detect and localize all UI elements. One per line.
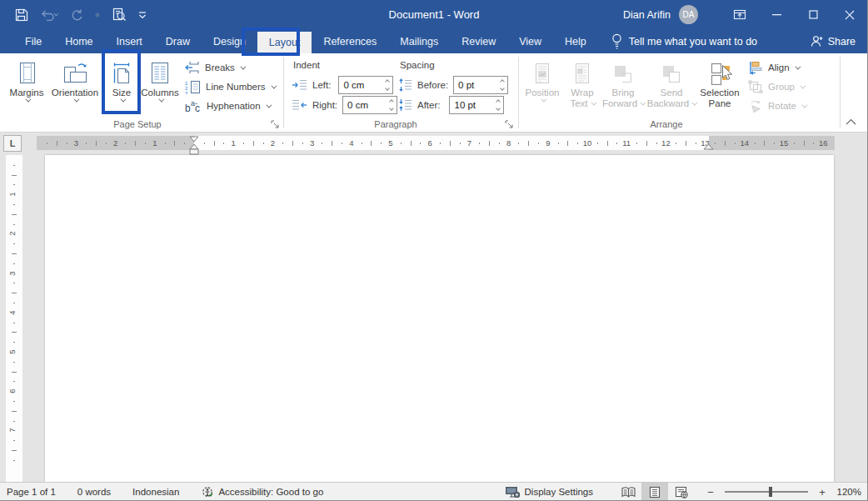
indent-right-field[interactable] — [342, 96, 397, 114]
customize-qat-button[interactable] — [138, 11, 147, 19]
chevron-down-icon — [240, 63, 246, 69]
status-bar: Page 1 of 1 0 words Indonesian Accessibi… — [0, 482, 868, 501]
ruler-tick — [499, 143, 500, 144]
chevron-down-icon — [73, 97, 79, 103]
margins-button[interactable]: Margins — [5, 57, 48, 117]
language-indicator[interactable]: Indonesian — [132, 487, 179, 497]
close-icon — [845, 10, 855, 20]
ruler-number: 10 — [583, 138, 592, 148]
redo-button[interactable] — [70, 8, 83, 22]
tab-file[interactable]: File — [13, 29, 53, 53]
hyphenation-icon: bca- — [185, 99, 202, 113]
print-preview-button[interactable] — [112, 8, 127, 23]
indent-left-spinner[interactable] — [382, 77, 392, 93]
rotate-icon — [748, 99, 763, 113]
ruler-tick — [420, 143, 421, 144]
document-page[interactable] — [45, 155, 834, 482]
tab-layout[interactable]: Layout — [257, 32, 312, 53]
spacing-after-field[interactable] — [449, 96, 504, 114]
redo-icon — [70, 8, 83, 22]
ruler-tick — [607, 141, 608, 146]
zoom-out-button[interactable]: − — [705, 486, 716, 498]
close-button[interactable] — [831, 0, 868, 29]
tab-view[interactable]: View — [507, 29, 553, 53]
zoom-in-button[interactable]: + — [816, 486, 828, 498]
save-button[interactable] — [15, 8, 28, 22]
minimize-button[interactable] — [758, 0, 795, 29]
svg-text:a-: a- — [191, 99, 197, 108]
indent-left-field[interactable] — [338, 76, 393, 94]
align-button[interactable]: Align — [748, 60, 799, 75]
undo-button[interactable] — [40, 8, 58, 21]
paragraph-dialog-launcher[interactable] — [505, 120, 515, 130]
ruler-tick — [656, 143, 657, 144]
maximize-button[interactable] — [795, 0, 831, 29]
size-button[interactable]: Size — [105, 57, 138, 117]
display-settings-button[interactable]: Display Settings — [505, 486, 593, 498]
indent-markers[interactable] — [188, 136, 200, 157]
ruler-tick — [646, 141, 647, 146]
lightbulb-icon — [611, 33, 622, 49]
breaks-button[interactable]: Breaks — [185, 60, 244, 75]
selection-pane-button[interactable]: Selection Pane — [698, 57, 741, 117]
ruler-tick — [12, 332, 17, 333]
spacing-after-spinner[interactable] — [492, 97, 503, 113]
tab-home[interactable]: Home — [53, 29, 104, 53]
indent-right-spinner[interactable] — [386, 97, 397, 113]
tell-me-box[interactable]: Tell me what you want to do — [611, 29, 757, 53]
tab-draw[interactable]: Draw — [154, 29, 202, 53]
user-name[interactable]: Dian Arifin — [623, 9, 671, 21]
indent-right-label: Right: — [312, 100, 337, 110]
ruler-tick — [479, 143, 480, 144]
selection-pane-icon — [709, 62, 731, 85]
word-count[interactable]: 0 words — [77, 487, 111, 497]
read-mode-button[interactable] — [615, 483, 641, 501]
ruler-number: 6 — [7, 389, 17, 393]
tab-mailings[interactable]: Mailings — [388, 29, 450, 53]
tab-help[interactable]: Help — [553, 29, 598, 53]
web-layout-button[interactable] — [668, 483, 695, 501]
paragraph-group-label: Paragraph — [342, 119, 450, 129]
avatar[interactable]: DA — [679, 5, 698, 24]
ruler-tick — [12, 253, 17, 254]
page-setup-dialog-launcher[interactable] — [271, 120, 281, 130]
ruler-tick — [13, 440, 15, 441]
tab-references[interactable]: References — [312, 29, 388, 53]
line-numbers-button[interactable]: 123 Line Numbers — [185, 79, 275, 94]
tab-design[interactable]: Design — [202, 29, 257, 53]
tab-insert[interactable]: Insert — [105, 29, 154, 53]
ruler-tick — [13, 401, 15, 402]
print-layout-button[interactable] — [641, 483, 668, 501]
collapse-ribbon-button[interactable] — [846, 117, 856, 127]
chevron-down-icon — [158, 97, 164, 103]
zoom-slider-thumb[interactable] — [769, 487, 772, 497]
chevron-down-icon — [640, 100, 646, 106]
ruler-number: 2 — [7, 232, 17, 236]
ruler-tick — [125, 143, 126, 144]
orientation-button[interactable]: Orientation — [49, 57, 101, 117]
tab-review[interactable]: Review — [450, 29, 507, 53]
tab-stop-selector[interactable]: L — [3, 135, 22, 152]
ruler-tick — [13, 323, 15, 323]
right-margin-marker[interactable] — [703, 143, 714, 150]
spacing-before-spinner[interactable] — [496, 77, 507, 93]
spacing-before-field[interactable] — [453, 76, 508, 94]
customize-qat-icon — [138, 11, 147, 19]
ruler-tick — [13, 184, 15, 185]
share-button[interactable]: Share — [811, 29, 856, 53]
hyphenation-button[interactable]: bca- Hyphenation — [185, 98, 270, 113]
vertical-ruler[interactable]: 1234567 — [6, 155, 22, 482]
ruler-tick — [322, 143, 322, 144]
chevron-down-icon — [591, 100, 596, 106]
page-indicator[interactable]: Page 1 of 1 — [7, 487, 56, 497]
accessibility-status[interactable]: Accessibility: Good to go — [201, 485, 323, 498]
zoom-level[interactable]: 120% — [828, 487, 861, 497]
wrap-text-button: Wrap Text — [563, 57, 601, 117]
ribbon-display-options-button[interactable] — [721, 0, 758, 29]
zoom-slider[interactable] — [725, 491, 808, 493]
title-bar: Document1 - Word Dian Arifin DA — [0, 0, 868, 29]
horizontal-ruler[interactable]: 32112345678910111213141516 — [37, 136, 835, 150]
ruler-tick — [12, 450, 17, 451]
columns-button[interactable]: Columns — [138, 57, 182, 117]
ruler-number: 15 — [780, 138, 789, 148]
